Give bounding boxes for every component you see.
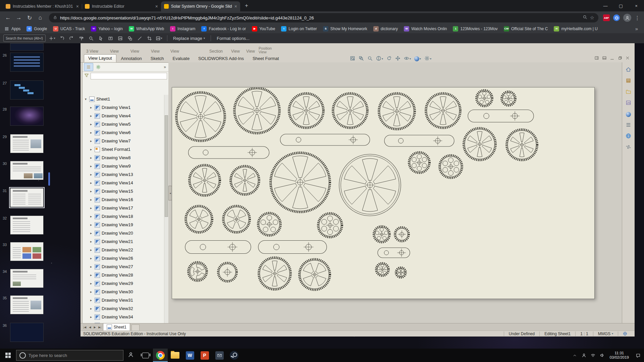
featuretree-item[interactable]: ▸Drawing View16 [83,195,164,204]
replace-image-button[interactable]: Replace image ▾ [171,36,207,41]
featuretree-item[interactable]: ▸Drawing View15 [83,187,164,195]
expand-caret-icon[interactable]: ▸ [89,240,93,243]
bookmark-item[interactable]: ▶YouTube [252,26,275,32]
filter-input[interactable] [91,73,167,79]
slide-thumbnail[interactable] [10,295,44,314]
taskbar-app-word[interactable]: W [182,349,197,362]
view-settings-button[interactable]: ▾ [423,55,432,63]
insert-line-button[interactable] [135,34,144,42]
expand-caret-icon[interactable]: ▸ [89,273,93,277]
format-options-button[interactable]: Format options... [215,36,252,41]
expand-caret-icon[interactable]: ▸ [89,215,93,218]
rotate-view-button[interactable] [385,55,393,63]
expand-caret-icon[interactable]: ▸ [89,206,93,210]
featuretree-item[interactable]: ▸Drawing View13 [83,170,164,179]
featuretree-item[interactable]: ▾Sheet1 [83,95,164,103]
expand-caret-icon[interactable]: ▸ [89,231,93,235]
featuretree-item[interactable]: ▸Drawing View7 [83,137,164,145]
reload-button[interactable]: ↻ [24,13,35,23]
featuremanager-scrollbar[interactable] [164,95,168,324]
featuretree-item[interactable]: ▸Drawing View30 [83,288,164,296]
window-minimize-button[interactable]: — [598,0,613,11]
bookmarks-overflow-chevron[interactable]: » [633,26,640,32]
slide-thumbnail[interactable] [10,161,44,180]
doc-pane-right-button[interactable] [602,56,607,62]
featuretree-item[interactable]: ▸Drawing View18 [83,212,164,221]
taskbar-app-chrome[interactable] [153,349,168,362]
hide-show-button[interactable]: ▾ [403,55,412,63]
featuretree-item[interactable]: ▸Drawing View20 [83,229,164,237]
people-tray-icon[interactable] [579,349,588,362]
doc-restore-button[interactable] [618,56,622,62]
bookmark-item[interactable]: Apps [4,26,20,32]
slide-thumbnail[interactable] [10,323,44,342]
expand-caret-icon[interactable]: ▸ [89,122,93,126]
home-button[interactable]: ⌂ [35,13,46,23]
bookmark-item[interactable]: UUCAS - Track [53,26,85,32]
bookmark-item[interactable]: fFacebook - Log In or [201,26,246,32]
bookmark-item[interactable]: WWhatsApp Web [129,26,164,32]
bookmark-item[interactable]: ddictionary [373,26,398,32]
expand-caret-icon[interactable]: ▸ [89,156,93,160]
featuretree-item[interactable]: ▸Drawing View1 [83,103,164,112]
appearance-button[interactable]: ▾ [413,55,422,63]
expand-caret-icon[interactable]: ▸ [89,147,93,151]
expand-caret-icon[interactable]: ▸ [89,248,93,252]
appearances-tab[interactable] [625,111,633,118]
insert-shape-button[interactable] [125,34,134,42]
new-slide-button[interactable]: ▾ [48,34,56,42]
featuretree-item[interactable]: ▸Drawing View21 [83,237,164,246]
slide-thumbnail[interactable] [10,269,44,288]
filmstrip-scrollbar[interactable] [48,172,50,186]
bookmark-item[interactable]: 1123Movies - 123Mov [453,26,497,32]
featuretree-item[interactable]: ▸Drawing View34 [83,313,164,321]
expand-caret-icon[interactable]: ▸ [89,189,93,193]
doc-minimize-button[interactable] [610,56,614,62]
zoom-fit-button[interactable] [349,55,356,63]
browser-menu-button[interactable]: ⋮ [633,15,641,21]
profile-avatar[interactable] [623,14,631,22]
expand-caret-icon[interactable]: ▸ [89,290,93,294]
expand-caret-icon[interactable]: ▸ [89,106,93,109]
bookmark-item[interactable]: tLogin on Twitter [281,26,317,32]
taskbar-app-file-explorer[interactable] [168,349,182,362]
featuretree-item[interactable]: ▸Drawing View22 [83,246,164,254]
taskbar-app-steam[interactable] [227,349,241,362]
expand-caret-icon[interactable]: ▸ [89,164,93,168]
command-tab-sketch[interactable]: Sketch [147,55,168,62]
bookmark-item[interactable]: IInstagram [170,26,195,32]
view-palette-tab[interactable] [625,100,633,107]
taskbar-app-mail[interactable] [212,349,227,362]
featuretree-item[interactable]: ▸Drawing View5 [83,120,164,128]
sheet-nav-prev[interactable]: ◀ [88,324,92,331]
scrollbar-thumb[interactable] [165,115,168,217]
search-icon[interactable] [583,15,587,21]
status-globe-icon[interactable] [618,331,632,336]
home-tab[interactable] [625,66,633,74]
featuretree-item[interactable]: ▸Drawing View32 [83,304,164,313]
filter-funnel-icon[interactable] [84,73,89,79]
undo-button[interactable] [57,34,66,42]
propertymanager-tab[interactable] [94,63,103,71]
featuretree-item[interactable]: ▸Drawing View14 [83,179,164,187]
window-close-button[interactable]: × [629,0,644,11]
slide-thumbnail[interactable] [10,53,44,72]
sheet-nav-first[interactable]: |◀ [83,324,87,331]
command-tab-sheet-format[interactable]: Sheet Format [249,55,283,62]
window-maximize-button[interactable]: ▢ [613,0,629,11]
bookmark-item[interactable]: CWOfficial Site of The C [504,26,548,32]
bookmark-item[interactable]: SShow My Homework [323,26,367,32]
command-tab-view-layout[interactable]: View Layout [84,54,116,62]
featuretree-item[interactable]: ▸Drawing View29 [83,279,164,288]
start-button[interactable] [0,349,16,362]
expand-caret-icon[interactable]: ▸ [89,114,93,118]
browser-tab[interactable]: Instructables Member : Khush101× [3,1,82,11]
back-button[interactable]: ← [3,13,13,23]
bookmark-item[interactable]: Y!Yahoo – login [91,26,123,32]
taskbar-clock[interactable]: 11:31 03/02/2019 [606,351,632,360]
slide-thumbnail[interactable] [10,216,44,235]
expand-caret-icon[interactable]: ▸ [89,256,93,260]
doc-pane-left-button[interactable] [594,56,599,62]
expand-caret-icon[interactable]: ▸ [89,181,93,185]
new-tab-button[interactable]: + [242,2,251,10]
